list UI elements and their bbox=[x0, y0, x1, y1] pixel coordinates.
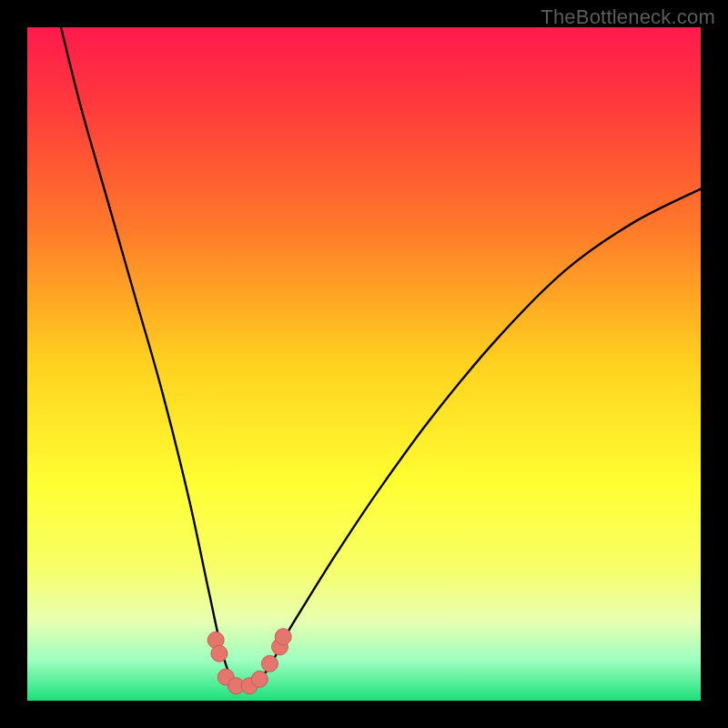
trough-marker bbox=[261, 655, 278, 672]
plot-area bbox=[27, 27, 701, 701]
chart-frame: TheBottleneck.com bbox=[0, 0, 728, 728]
trough-marker bbox=[211, 645, 228, 662]
trough-marker bbox=[251, 671, 268, 687]
watermark-text: TheBottleneck.com bbox=[541, 5, 715, 29]
trough-marker bbox=[275, 629, 291, 645]
bottleneck-curve bbox=[27, 27, 701, 701]
